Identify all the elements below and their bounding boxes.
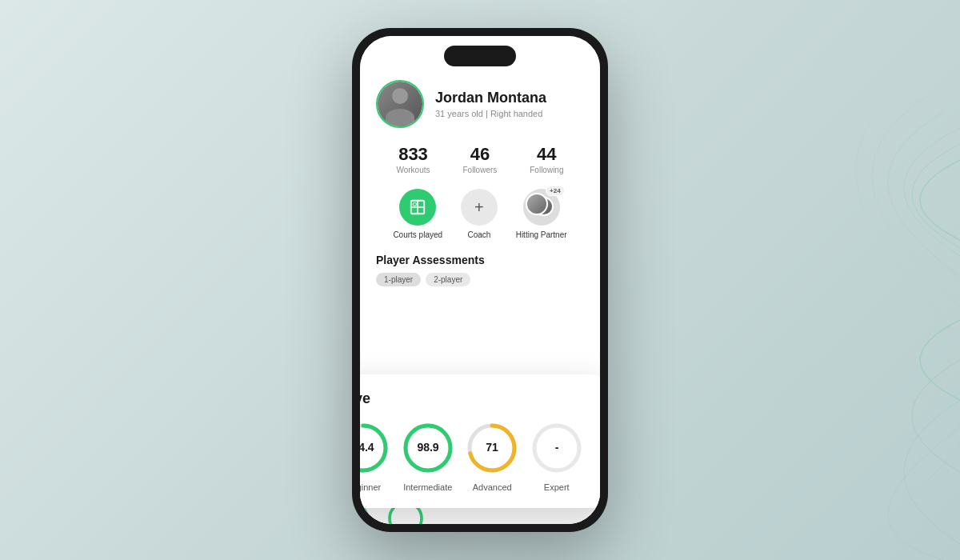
tennis-icon (409, 198, 426, 216)
background-waves (560, 0, 960, 560)
coach-label: Coach (467, 230, 490, 239)
hitting-partner-wrapper: +24 (523, 189, 560, 226)
svg-point-3 (413, 203, 417, 206)
spacer (376, 294, 584, 318)
actions-row: Courts played + Coach (376, 189, 584, 239)
action-courts-played[interactable]: Courts played (393, 189, 442, 239)
stats-row: 833 Workouts 46 Followers 44 Following (376, 144, 584, 174)
beginner-value: 94.4 (360, 441, 374, 454)
profile-name: Jordan Montana (435, 90, 546, 107)
profile-sub: 31 years old | Right handed (435, 109, 546, 118)
assessments-title: Player Assessments (376, 254, 584, 266)
action-hitting-partner[interactable]: +24 Hitting Partner (516, 189, 567, 239)
serve-circles: 94.4 Beginner 98.9 Intermediate (360, 420, 589, 492)
serve-card-title: Serve (360, 390, 589, 407)
action-coach[interactable]: + Coach (461, 189, 498, 239)
circle-expert: - Expert (529, 420, 585, 492)
phone-shell: Jordan Montana 31 years old | Right hand… (352, 28, 608, 532)
expert-value: - (554, 441, 558, 454)
assessments-section: Player Assessments 1-player 2-player (376, 254, 584, 286)
plus-symbol: + (474, 198, 484, 217)
circle-advanced: 71 Advanced (464, 420, 520, 492)
profile-info: Jordan Montana 31 years old | Right hand… (435, 90, 546, 118)
avatar-1 (526, 193, 548, 215)
gauge-intermediate: 98.9 (400, 420, 456, 476)
courts-played-icon (399, 189, 436, 226)
courts-played-label: Courts played (393, 230, 442, 239)
stat-followers-value: 46 (462, 144, 497, 165)
assessment-tabs: 1-player 2-player (376, 273, 584, 286)
avatar-wrapper (376, 80, 424, 128)
stat-workouts-value: 833 (396, 144, 430, 165)
beginner-label: Beginner (360, 482, 381, 492)
hitting-partner-label: Hitting Partner (516, 230, 567, 239)
profile-section: Jordan Montana 31 years old | Right hand… (376, 80, 584, 128)
phone-screen: Jordan Montana 31 years old | Right hand… (360, 36, 600, 524)
avatar-image (378, 82, 422, 126)
stat-workouts-label: Workouts (396, 166, 430, 174)
circle-intermediate: 98.9 Intermediate (400, 420, 456, 492)
gauge-advanced: 71 (464, 420, 520, 476)
intermediate-value: 98.9 (417, 441, 438, 454)
tab-2player[interactable]: 2-player (426, 273, 470, 286)
advanced-value: 71 (486, 441, 498, 454)
tab-1player[interactable]: 1-player (376, 273, 421, 286)
dynamic-island (444, 46, 516, 66)
stat-following-label: Following (530, 166, 563, 174)
stat-followers-label: Followers (462, 166, 497, 174)
advanced-label: Advanced (473, 482, 512, 492)
circle-beginner: 94.4 Beginner (360, 420, 391, 492)
coach-icon: + (461, 189, 498, 226)
gauge-expert: - (529, 420, 585, 476)
serve-card: Serve 94.4 Beginner 98.9 (360, 374, 600, 508)
gauge-beginner: 94.4 (360, 420, 391, 476)
stat-following: 44 Following (530, 144, 563, 174)
stat-followers: 46 Followers (462, 144, 497, 174)
avatar-count-badge: +24 (546, 186, 565, 196)
stat-following-value: 44 (530, 144, 563, 165)
avatar-circle (376, 80, 424, 128)
expert-label: Expert (544, 482, 570, 492)
stat-workouts: 833 Workouts (396, 144, 430, 174)
intermediate-label: Intermediate (403, 482, 452, 492)
